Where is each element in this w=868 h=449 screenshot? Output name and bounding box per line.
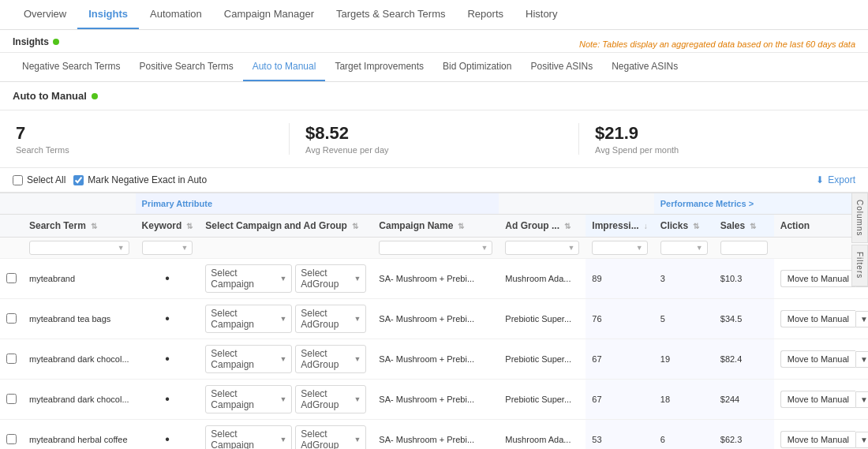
filter-impressions-input[interactable]	[597, 243, 634, 253]
row-sales: $244	[714, 380, 774, 420]
filter-campaign-adgroup-cell	[199, 238, 372, 259]
sort-keyword-icon[interactable]: ⇅	[186, 222, 193, 230]
search-terms-value: 7	[16, 123, 273, 144]
select-campaign-2[interactable]: Select Campaign ▼	[205, 345, 292, 373]
sort-sales-icon[interactable]: ⇅	[750, 222, 756, 230]
filter-search-term-wrap[interactable]: ▼	[29, 241, 129, 255]
side-buttons: Columns Filters	[851, 193, 868, 286]
subnav-positive-asins[interactable]: Positive ASINs	[521, 53, 602, 81]
subnav-negative-asins[interactable]: Negative ASINs	[602, 53, 687, 81]
sort-impressions-icon[interactable]: ↓	[644, 222, 648, 230]
move-btn-wrap-3: Move to Manual ▼	[780, 391, 868, 408]
row-checkbox-cell	[0, 299, 23, 339]
table-row: myteabrand dark chocol... • Select Campa…	[0, 380, 868, 420]
col-search-term-label: Search Term	[29, 220, 86, 231]
row-checkbox-4[interactable]	[6, 434, 17, 444]
row-sales: $62.3	[714, 420, 774, 450]
move-to-manual-dropdown-2[interactable]: ▼	[855, 351, 868, 368]
nav-reports[interactable]: Reports	[456, 0, 514, 29]
filter-sales-wrap[interactable]	[720, 241, 768, 255]
subnav-positive-search-terms[interactable]: Positive Search Terms	[130, 53, 243, 81]
select-adgroup-0[interactable]: Select AdGroup ▼	[295, 264, 366, 293]
select-all-label[interactable]: Select All	[13, 174, 65, 185]
filter-adgroup-input[interactable]	[510, 243, 566, 253]
filter-impressions-icon: ▼	[636, 244, 643, 252]
filter-campaign-name-input[interactable]	[383, 243, 479, 253]
row-search-term: myteabrand dark chocol...	[23, 339, 136, 380]
nav-targets-search-terms[interactable]: Targets & Search Terms	[325, 0, 456, 29]
subnav-target-improvements[interactable]: Target Improvements	[325, 53, 433, 81]
move-to-manual-button-3[interactable]: Move to Manual	[780, 391, 855, 408]
row-action: Move to Manual ▼	[774, 420, 868, 450]
insights-header: Insights Note: Tables display an aggrega…	[0, 30, 868, 53]
sort-clicks-icon[interactable]: ⇅	[693, 222, 699, 230]
select-adgroup-2[interactable]: Select AdGroup ▼	[295, 345, 366, 373]
select-adgroup-4[interactable]: Select AdGroup ▼	[295, 425, 366, 449]
move-to-manual-button-0[interactable]: Move to Manual	[780, 270, 855, 287]
select-campaign-3[interactable]: Select Campaign ▼	[205, 385, 292, 413]
move-to-manual-button-1[interactable]: Move to Manual	[780, 310, 855, 327]
move-to-manual-button-4[interactable]: Move to Manual	[780, 431, 855, 448]
col-ad-group[interactable]: Ad Group ... ⇅	[499, 215, 586, 238]
filter-clicks-input[interactable]	[665, 243, 694, 253]
nav-overview[interactable]: Overview	[13, 0, 77, 29]
row-sales: $82.4	[714, 339, 774, 380]
note-text: Note: Tables display an aggregated data …	[579, 39, 855, 49]
filter-keyword-input[interactable]	[147, 243, 180, 253]
subnav-bid-optimization[interactable]: Bid Optimization	[433, 53, 521, 81]
move-to-manual-dropdown-4[interactable]: ▼	[855, 432, 868, 448]
export-icon: ⬇	[816, 174, 824, 185]
col-campaign-adgroup[interactable]: Select Campaign and Ad Group ⇅	[199, 215, 372, 238]
filter-keyword-wrap[interactable]: ▼	[142, 241, 193, 255]
nav-campaign-manager[interactable]: Campaign Manager	[213, 0, 325, 29]
filter-search-term-input[interactable]	[34, 243, 116, 253]
col-campaign-name[interactable]: Campaign Name ⇅	[372, 215, 499, 238]
filter-campaign-name-wrap[interactable]: ▼	[379, 241, 492, 255]
move-to-manual-button-2[interactable]: Move to Manual	[780, 350, 855, 368]
filter-sales-input[interactable]	[725, 243, 763, 253]
row-adgroup-name: Prebiotic Super...	[499, 339, 586, 380]
select-campaign-4[interactable]: Select Campaign ▼	[205, 425, 292, 449]
columns-side-button[interactable]: Columns	[851, 193, 868, 243]
move-to-manual-dropdown-3[interactable]: ▼	[855, 391, 868, 408]
filters-side-button[interactable]: Filters	[851, 245, 868, 286]
move-to-manual-dropdown-1[interactable]: ▼	[855, 311, 868, 327]
nav-history[interactable]: History	[514, 0, 568, 29]
col-impressions[interactable]: Impressi... ↓	[586, 215, 653, 238]
perf-metrics-group-header: Performance Metrics >	[654, 193, 868, 215]
mark-negative-checkbox[interactable]	[73, 175, 84, 185]
export-button[interactable]: ⬇ Export	[816, 174, 855, 185]
subnav-negative-search-terms[interactable]: Negative Search Terms	[13, 53, 130, 81]
row-adgroup-name: Mushroom Ada...	[499, 259, 586, 299]
sort-ad-group-icon[interactable]: ⇅	[564, 222, 571, 230]
filter-adgroup-wrap[interactable]: ▼	[505, 241, 579, 255]
subnav-auto-to-manual[interactable]: Auto to Manual	[243, 53, 326, 81]
nav-insights[interactable]: Insights	[77, 0, 139, 29]
sort-campaign-adgroup-icon[interactable]: ⇅	[352, 222, 358, 230]
col-clicks[interactable]: Clicks ⇅	[654, 215, 714, 238]
col-keyword[interactable]: Keyword ⇅	[136, 215, 200, 238]
select-all-checkbox[interactable]	[13, 175, 23, 185]
row-action: Move to Manual ▼	[774, 339, 868, 380]
nav-automation[interactable]: Automation	[139, 0, 213, 29]
col-sales[interactable]: Sales ⇅	[714, 215, 774, 238]
mark-negative-label[interactable]: Mark Negative Exact in Auto	[73, 174, 207, 185]
select-campaign-0[interactable]: Select Campaign ▼	[205, 264, 292, 293]
select-adgroup-text: Select AdGroup	[301, 428, 350, 449]
col-search-term[interactable]: Search Term ⇅	[23, 215, 136, 238]
row-checkbox-0[interactable]	[6, 273, 17, 283]
select-adgroup-1[interactable]: Select AdGroup ▼	[295, 305, 366, 333]
sort-campaign-name-icon[interactable]: ⇅	[458, 222, 464, 230]
row-checkbox-2[interactable]	[6, 354, 17, 364]
select-campaign-1[interactable]: Select Campaign ▼	[205, 305, 292, 333]
row-checkbox-cell	[0, 339, 23, 380]
select-adgroup-3[interactable]: Select AdGroup ▼	[295, 385, 366, 413]
sort-search-term-icon[interactable]: ⇅	[91, 222, 97, 230]
row-checkbox-3[interactable]	[6, 394, 17, 404]
primary-attr-group-header: Primary Attribute	[136, 193, 499, 215]
row-keyword: •	[136, 339, 200, 380]
col-campaign-adgroup-label: Select Campaign and Ad Group	[205, 220, 347, 231]
row-checkbox-1[interactable]	[6, 313, 17, 324]
filter-impressions-wrap[interactable]: ▼	[592, 241, 647, 255]
filter-clicks-wrap[interactable]: ▼	[660, 241, 708, 255]
